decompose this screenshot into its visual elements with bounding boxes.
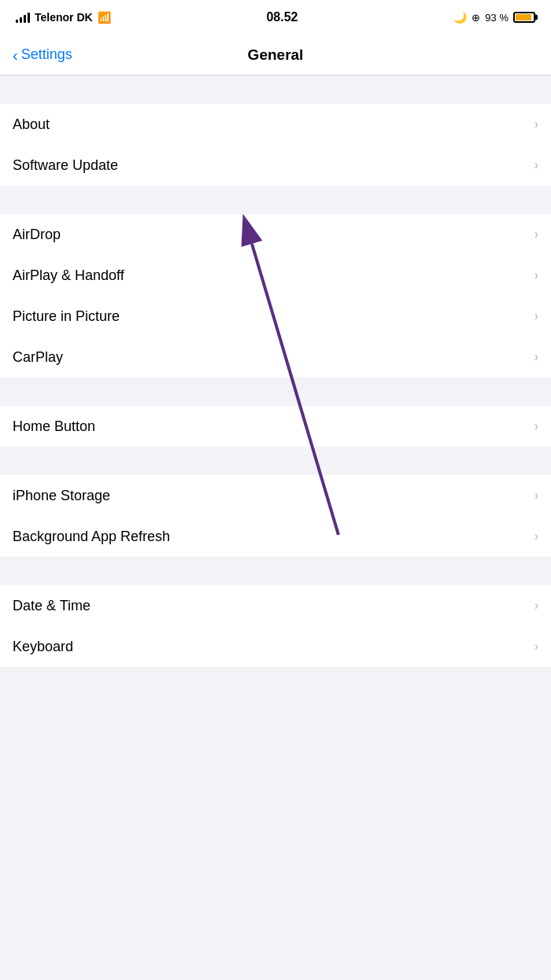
carrier-label: Telenor DK [35,11,93,24]
battery-icon [513,12,535,23]
settings-item-about[interactable]: About › [0,104,551,145]
back-chevron-icon: ‹ [13,47,18,63]
section-gap-top [0,76,551,104]
section-gap-5 [0,557,551,585]
settings-item-about-label: About [13,116,50,133]
settings-item-date-time-label: Date & Time [13,598,91,614]
chevron-right-icon: › [534,309,538,323]
chevron-right-icon: › [534,419,538,433]
settings-item-keyboard[interactable]: Keyboard › [0,626,551,667]
settings-item-iphone-storage[interactable]: iPhone Storage › [0,475,551,516]
status-time: 08.52 [266,10,298,24]
signal-bars-icon [16,12,30,23]
status-left: Telenor DK 📶 [16,11,111,24]
settings-group-4: iPhone Storage › Background App Refresh … [0,475,551,557]
chevron-right-icon: › [534,227,538,241]
section-gap-4 [0,447,551,475]
chevron-right-icon: › [534,117,538,131]
wifi-icon: 📶 [98,11,111,24]
settings-item-picture-in-picture[interactable]: Picture in Picture › [0,296,551,337]
settings-group-2: AirDrop › AirPlay & Handoff › Picture in… [0,214,551,378]
settings-item-background-app-refresh[interactable]: Background App Refresh › [0,516,551,557]
chevron-right-icon: › [534,350,538,364]
settings-item-background-app-refresh-label: Background App Refresh [13,529,170,545]
settings-item-airplay-handoff-label: AirPlay & Handoff [13,267,124,284]
nav-bar: ‹ Settings General [0,35,551,76]
section-gap-2 [0,186,551,214]
settings-group-1: About › Software Update › [0,104,551,186]
settings-item-keyboard-label: Keyboard [13,639,73,655]
back-button[interactable]: ‹ Settings [13,46,72,63]
page-title: General [248,46,304,64]
settings-item-carplay-label: CarPlay [13,349,63,366]
settings-item-software-update-label: Software Update [13,157,118,174]
settings-item-airplay-handoff[interactable]: AirPlay & Handoff › [0,255,551,296]
settings-item-airdrop[interactable]: AirDrop › [0,214,551,255]
settings-item-carplay[interactable]: CarPlay › [0,337,551,378]
settings-item-iphone-storage-label: iPhone Storage [13,488,110,504]
settings-item-airdrop-label: AirDrop [13,227,61,243]
settings-group-3: Home Button › [0,406,551,447]
chevron-right-icon: › [534,488,538,503]
chevron-right-icon: › [534,158,538,172]
chevron-right-icon: › [534,599,538,613]
moon-icon: 🌙 [453,11,467,24]
section-gap-3 [0,378,551,406]
location-icon: ⊕ [471,12,480,24]
chevron-right-icon: › [534,529,538,543]
chevron-right-icon: › [534,268,538,282]
settings-item-home-button[interactable]: Home Button › [0,406,551,447]
settings-item-date-time[interactable]: Date & Time › [0,585,551,626]
settings-item-software-update[interactable]: Software Update › [0,145,551,186]
battery-percentage: 93 % [485,12,508,24]
status-right: 🌙 ⊕ 93 % [453,11,535,24]
settings-item-home-button-label: Home Button [13,418,95,435]
back-label: Settings [21,46,72,63]
chevron-right-icon: › [534,639,538,654]
settings-item-picture-in-picture-label: Picture in Picture [13,308,120,325]
status-bar: Telenor DK 📶 08.52 🌙 ⊕ 93 % [0,0,551,35]
settings-group-5: Date & Time › Keyboard › [0,585,551,667]
